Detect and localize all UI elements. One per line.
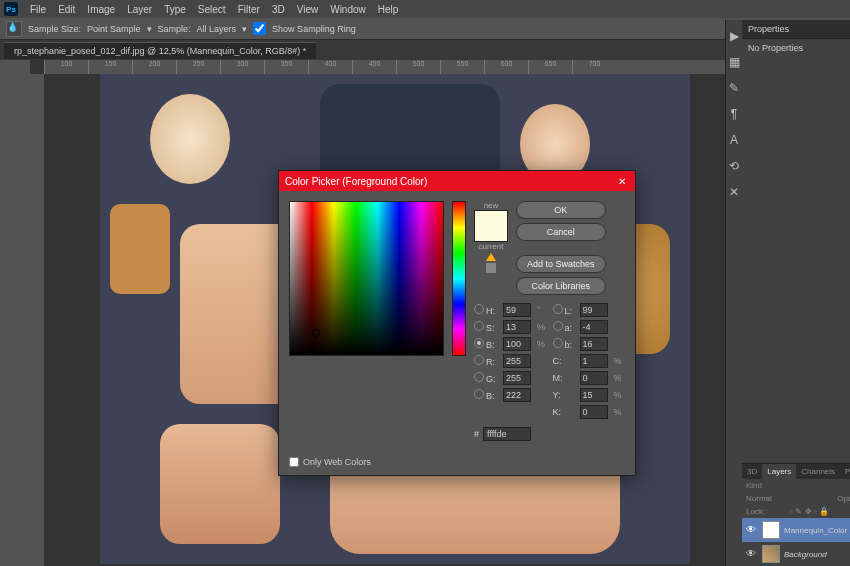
s-field[interactable] <box>503 320 531 334</box>
y-field[interactable] <box>580 388 608 402</box>
layer-row[interactable]: 👁 Background <box>742 542 850 566</box>
r-radio[interactable] <box>474 355 484 365</box>
menu-type[interactable]: Type <box>158 4 192 15</box>
a-radio[interactable] <box>553 321 563 331</box>
new-color-swatch <box>474 210 508 242</box>
hex-field[interactable] <box>483 427 531 441</box>
h-field[interactable] <box>503 303 531 317</box>
app-icon: Ps <box>4 2 18 16</box>
ruler-vertical <box>30 74 44 566</box>
layer-thumb <box>762 521 780 539</box>
color-libraries-button[interactable]: Color Libraries <box>516 277 606 295</box>
swatches-icon[interactable]: ▦ <box>726 54 742 70</box>
properties-empty: No Properties <box>748 43 803 53</box>
menu-select[interactable]: Select <box>192 4 232 15</box>
c-field[interactable] <box>580 354 608 368</box>
layer-name: Background <box>784 550 827 559</box>
menu-layer[interactable]: Layer <box>121 4 158 15</box>
color-field[interactable] <box>289 201 444 356</box>
lock-label: Lock: <box>746 507 765 516</box>
menu-window[interactable]: Window <box>324 4 372 15</box>
add-swatches-button[interactable]: Add to Swatches <box>516 255 606 273</box>
show-ring-label: Show Sampling Ring <box>272 24 356 34</box>
color-marker[interactable] <box>312 329 320 337</box>
menu-3d[interactable]: 3D <box>266 4 291 15</box>
blab-radio[interactable] <box>553 338 563 348</box>
tab-channels[interactable]: Channels <box>796 464 840 479</box>
document-tab[interactable]: rp_stephanie_posed_012_dif.jpg @ 12,5% (… <box>4 42 316 59</box>
brush-icon[interactable]: ✎ <box>726 80 742 96</box>
r-field[interactable] <box>503 354 531 368</box>
cancel-button[interactable]: Cancel <box>516 223 606 241</box>
ruler-horizontal: 100150200250300350400450500550600650700 <box>44 60 725 74</box>
s-radio[interactable] <box>474 321 484 331</box>
color-picker-dialog: Color Picker (Foreground Color) ✕ new cu… <box>278 170 636 476</box>
l-radio[interactable] <box>553 304 563 314</box>
gamut-warning-icon[interactable] <box>486 253 496 261</box>
current-label: current <box>479 242 504 251</box>
options-bar: 💧 Sample Size: Point Sample▾ Sample: All… <box>0 18 850 40</box>
web-colors-label: Only Web Colors <box>303 457 371 467</box>
layers-panel: 3D Layers Channels Paths Kind ▫▫▫▫ Norma… <box>742 463 850 566</box>
a-field[interactable] <box>580 320 608 334</box>
type-icon[interactable]: A <box>726 132 742 148</box>
canvas-content <box>160 424 280 544</box>
sample-label: Sample: <box>158 24 191 34</box>
menu-filter[interactable]: Filter <box>232 4 266 15</box>
tool-strip[interactable] <box>0 60 30 566</box>
blab-field[interactable] <box>580 337 608 351</box>
dialog-title: Color Picker (Foreground Color) <box>285 176 427 187</box>
show-ring-checkbox[interactable] <box>253 22 266 35</box>
tab-3d[interactable]: 3D <box>742 464 762 479</box>
websafe-icon[interactable] <box>486 263 496 273</box>
dialog-titlebar[interactable]: Color Picker (Foreground Color) ✕ <box>279 171 635 191</box>
g-field[interactable] <box>503 371 531 385</box>
blend-mode[interactable]: Normal <box>746 494 772 503</box>
measure-icon[interactable]: ⟲ <box>726 158 742 174</box>
paragraph-icon[interactable]: ¶ <box>726 106 742 122</box>
sample-value[interactable]: All Layers <box>197 24 237 34</box>
canvas-content <box>110 204 170 294</box>
hue-slider[interactable] <box>452 201 466 356</box>
panel-icon-strip: ▶ ▦ ✎ ¶ A ⟲ ✕ <box>725 20 742 566</box>
b-field[interactable] <box>503 337 531 351</box>
layers-kind[interactable]: Kind <box>746 481 762 490</box>
m-field[interactable] <box>580 371 608 385</box>
tab-paths[interactable]: Paths <box>840 464 850 479</box>
menu-view[interactable]: View <box>291 4 325 15</box>
visibility-icon[interactable]: 👁 <box>746 524 758 536</box>
eyedropper-icon[interactable]: 💧 <box>6 21 22 37</box>
play-icon[interactable]: ▶ <box>726 28 742 44</box>
b-radio[interactable] <box>474 338 484 348</box>
menu-image[interactable]: Image <box>81 4 121 15</box>
k-field[interactable] <box>580 405 608 419</box>
canvas-content <box>150 94 230 184</box>
opacity-label: Opacity: <box>837 494 850 503</box>
g-radio[interactable] <box>474 372 484 382</box>
layer-row[interactable]: 👁 Mannequin_Color <box>742 518 850 542</box>
bc-radio[interactable] <box>474 389 484 399</box>
menu-file[interactable]: File <box>24 4 52 15</box>
properties-panel-header[interactable]: Properties <box>742 20 850 39</box>
new-label: new <box>484 201 499 210</box>
close-icon[interactable]: ✕ <box>615 174 629 188</box>
layer-thumb <box>762 545 780 563</box>
menu-bar: Ps File Edit Image Layer Type Select Fil… <box>0 0 850 18</box>
menu-help[interactable]: Help <box>372 4 405 15</box>
sample-size-label: Sample Size: <box>28 24 81 34</box>
bc-field[interactable] <box>503 388 531 402</box>
h-radio[interactable] <box>474 304 484 314</box>
tab-layers[interactable]: Layers <box>762 464 796 479</box>
web-colors-checkbox[interactable] <box>289 457 299 467</box>
visibility-icon[interactable]: 👁 <box>746 548 758 560</box>
l-field[interactable] <box>580 303 608 317</box>
ok-button[interactable]: OK <box>516 201 606 219</box>
document-tabs: rp_stephanie_posed_012_dif.jpg @ 12,5% (… <box>0 40 850 60</box>
ruler-icon[interactable]: ✕ <box>726 184 742 200</box>
sample-size-value[interactable]: Point Sample <box>87 24 141 34</box>
menu-edit[interactable]: Edit <box>52 4 81 15</box>
layer-name: Mannequin_Color <box>784 526 847 535</box>
